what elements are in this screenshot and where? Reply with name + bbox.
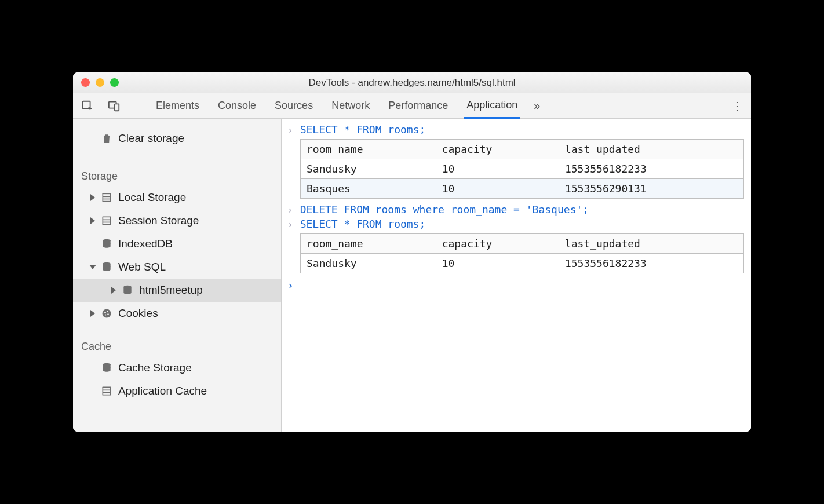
database-icon (122, 284, 133, 296)
console-query-row: ›DELETE FROM rooms where room_name = 'Ba… (286, 202, 744, 217)
sidebar-item-label: Cache Storage (118, 361, 192, 374)
sidebar-item-label: Session Storage (118, 214, 199, 227)
result-table: room_namecapacitylast_updatedSandusky101… (300, 139, 744, 199)
chevron-right-icon (90, 310, 95, 317)
sidebar-item-application-cache[interactable]: Application Cache (73, 379, 281, 403)
table-cell: 1553556182233 (559, 254, 743, 273)
prompt-icon: › (286, 218, 294, 230)
sidebar-item-label: Cookies (118, 307, 158, 320)
result-table: room_namecapacitylast_updatedSandusky101… (300, 233, 744, 273)
zoom-window-button[interactable] (110, 78, 119, 87)
console-query-row: ›SELECT * FROM rooms; (286, 217, 744, 231)
sql-console[interactable]: ›SELECT * FROM rooms;room_namecapacityla… (282, 119, 751, 432)
database-icon (101, 261, 112, 273)
query-text: DELETE FROM rooms where room_name = 'Bas… (300, 203, 589, 216)
database-icon (101, 362, 112, 374)
application-sidebar: Service Workers Clear storage Storage Lo… (73, 119, 282, 432)
inspect-icon[interactable] (81, 100, 94, 112)
table-cell: 10 (436, 179, 559, 199)
table-header: room_name (301, 140, 436, 159)
gear-icon (101, 119, 112, 120)
table-header: last_updated (559, 234, 743, 254)
prompt-icon: › (286, 278, 295, 291)
svg-rect-10 (103, 222, 110, 224)
title-bar: DevTools - andrew.hedges.name/html5/sql.… (73, 72, 751, 93)
devtools-window: DevTools - andrew.hedges.name/html5/sql.… (73, 72, 751, 432)
svg-rect-23 (103, 393, 110, 395)
svg-rect-22 (103, 390, 110, 392)
sidebar-item-websql-db[interactable]: html5meetup (73, 279, 281, 302)
table-header: last_updated (559, 140, 743, 159)
tabs-overflow-button[interactable]: » (534, 99, 540, 112)
text-cursor (301, 278, 301, 290)
svg-rect-6 (103, 199, 110, 201)
table-cell: 10 (436, 254, 559, 273)
table-header: capacity (436, 234, 559, 254)
svg-point-16 (107, 311, 108, 312)
sidebar-item-websql[interactable]: Web SQL (73, 255, 281, 279)
table-cell: 1553556182233 (559, 159, 743, 179)
tab-console[interactable]: Console (216, 94, 258, 118)
sidebar-item-label: html5meetup (139, 284, 203, 297)
tab-elements[interactable]: Elements (154, 94, 202, 118)
table-cell: 1553556290131 (559, 179, 743, 199)
table-cell: Sandusky (301, 159, 436, 179)
sidebar-item-session-storage[interactable]: Session Storage (73, 209, 281, 232)
table-cell: 10 (436, 159, 559, 179)
sidebar-item-cookies[interactable]: Cookies (73, 302, 281, 325)
sidebar-item-clear-storage[interactable]: Clear storage (73, 127, 281, 150)
tab-performance[interactable]: Performance (386, 94, 450, 118)
close-window-button[interactable] (81, 78, 90, 87)
prompt-icon: › (286, 123, 294, 136)
table-row[interactable]: Basques101553556290131 (301, 179, 744, 199)
sidebar-section-cache: Cache (73, 330, 281, 356)
svg-rect-8 (103, 217, 110, 219)
settings-menu-button[interactable]: ⋮ (731, 99, 743, 113)
table-header: capacity (436, 140, 559, 159)
table-cell: Basques (301, 179, 436, 199)
sidebar-section-storage: Storage (73, 155, 281, 186)
console-input-row[interactable]: › (286, 277, 744, 293)
svg-rect-21 (103, 388, 110, 389)
trash-icon (101, 133, 112, 144)
sidebar-item-cache-storage[interactable]: Cache Storage (73, 356, 281, 379)
tab-sources[interactable]: Sources (272, 94, 315, 118)
table-row[interactable]: Sandusky101553556182233 (301, 254, 744, 273)
tab-application[interactable]: Application (464, 93, 520, 119)
table-row[interactable]: Sandusky101553556182233 (301, 159, 744, 179)
storage-grid-icon (101, 192, 112, 203)
svg-rect-4 (103, 194, 110, 196)
tab-divider (137, 98, 137, 114)
sidebar-item-label: Service Workers (118, 119, 199, 121)
svg-rect-5 (103, 197, 110, 199)
window-title: DevTools - andrew.hedges.name/html5/sql.… (73, 77, 751, 89)
svg-rect-2 (115, 104, 119, 111)
console-query-row: ›SELECT * FROM rooms; (286, 122, 744, 137)
panel-tabs: Elements Console Sources Network Perform… (73, 93, 751, 119)
sidebar-item-label: Local Storage (118, 191, 186, 204)
sidebar-item-local-storage[interactable]: Local Storage (73, 186, 281, 209)
window-controls (81, 78, 119, 87)
svg-point-15 (104, 312, 106, 313)
chevron-right-icon (90, 194, 95, 201)
svg-rect-9 (103, 220, 110, 222)
sidebar-item-indexeddb[interactable]: IndexedDB (73, 232, 281, 255)
svg-point-17 (107, 313, 109, 315)
chevron-down-icon (89, 265, 96, 269)
sidebar-item-service-workers[interactable]: Service Workers (73, 119, 281, 127)
device-mode-icon[interactable] (108, 100, 121, 112)
prompt-icon: › (286, 203, 294, 216)
sidebar-item-label: Clear storage (118, 132, 184, 145)
sidebar-item-label: Web SQL (118, 261, 166, 273)
query-text: SELECT * FROM rooms; (300, 218, 426, 230)
sidebar-item-label: Application Cache (118, 385, 207, 397)
tab-network[interactable]: Network (329, 94, 372, 118)
table-header: room_name (301, 234, 436, 254)
storage-grid-icon (101, 215, 112, 227)
storage-grid-icon (101, 385, 112, 397)
sidebar-item-label: IndexedDB (118, 238, 173, 250)
svg-point-18 (105, 315, 106, 316)
query-text: SELECT * FROM rooms; (300, 123, 426, 136)
cookie-icon (101, 308, 112, 319)
minimize-window-button[interactable] (96, 78, 104, 87)
